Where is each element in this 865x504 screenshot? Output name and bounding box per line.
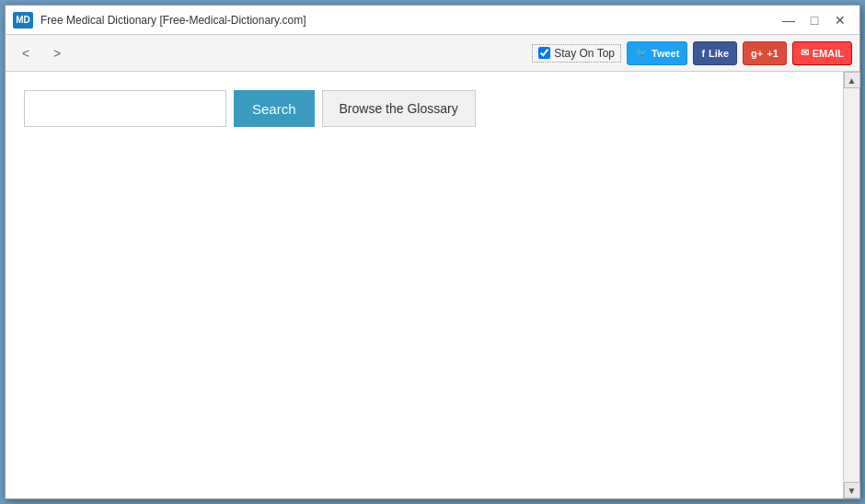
email-button[interactable]: ✉ EMAIL bbox=[792, 41, 852, 65]
email-label: EMAIL bbox=[813, 48, 844, 59]
app-logo: MD bbox=[13, 12, 33, 29]
scroll-down-arrow[interactable]: ▼ bbox=[844, 482, 860, 498]
gplus-button[interactable]: g+ +1 bbox=[743, 41, 787, 65]
twitter-icon: 🐦 bbox=[635, 47, 648, 59]
title-bar: MD Free Medical Dictionary [Free-Medical… bbox=[6, 6, 859, 35]
scroll-up-arrow[interactable]: ▲ bbox=[844, 72, 860, 88]
facebook-icon: f bbox=[701, 48, 705, 59]
close-button[interactable]: ✕ bbox=[828, 11, 852, 29]
stay-on-top-checkbox[interactable] bbox=[538, 47, 550, 59]
forward-button[interactable]: > bbox=[44, 41, 70, 65]
application-window: MD Free Medical Dictionary [Free-Medical… bbox=[5, 5, 860, 499]
scrollbar: ▲ ▼ bbox=[843, 72, 859, 498]
gplus-label: +1 bbox=[767, 48, 778, 59]
content-area: Search Browse the Glossary ▲ ▼ bbox=[6, 72, 859, 498]
search-bar: Search Browse the Glossary bbox=[6, 72, 859, 145]
browse-glossary-button[interactable]: Browse the Glossary bbox=[322, 90, 476, 127]
toolbar: < > Stay On Top 🐦 Tweet f Like g+ +1 ✉ E… bbox=[6, 35, 859, 72]
gplus-icon: g+ bbox=[751, 48, 763, 59]
search-button[interactable]: Search bbox=[234, 90, 315, 127]
email-icon: ✉ bbox=[801, 47, 809, 59]
like-button[interactable]: f Like bbox=[693, 41, 737, 65]
back-button[interactable]: < bbox=[13, 41, 39, 65]
maximize-button[interactable]: □ bbox=[802, 11, 826, 29]
stay-on-top-checkbox-label[interactable]: Stay On Top bbox=[532, 44, 621, 63]
window-controls: — □ ✕ bbox=[777, 11, 852, 29]
minimize-button[interactable]: — bbox=[777, 11, 801, 29]
tweet-button[interactable]: 🐦 Tweet bbox=[627, 41, 687, 65]
window-title: Free Medical Dictionary [Free-Medical-Di… bbox=[40, 14, 777, 27]
tweet-label: Tweet bbox=[652, 48, 679, 59]
stay-on-top-label: Stay On Top bbox=[554, 47, 615, 60]
like-label: Like bbox=[709, 48, 729, 59]
search-input[interactable] bbox=[24, 90, 226, 127]
